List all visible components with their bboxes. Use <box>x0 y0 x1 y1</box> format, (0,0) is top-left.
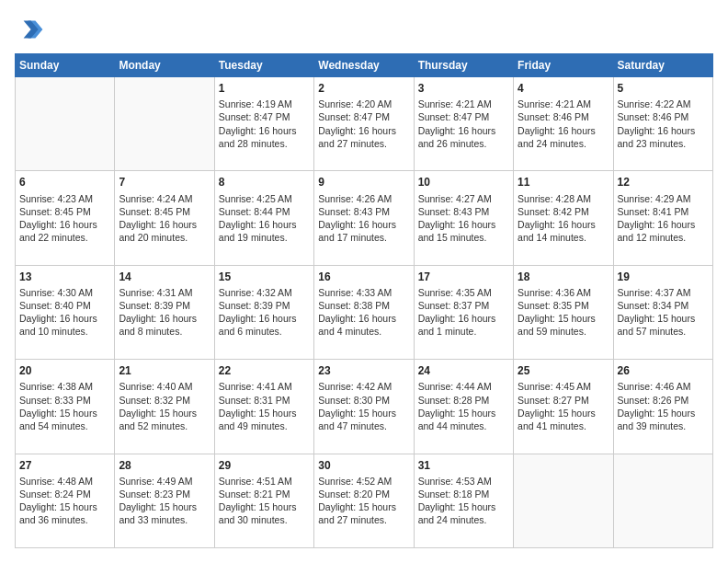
header-cell-friday: Friday <box>514 54 613 77</box>
day-info: Sunrise: 4:23 AM <box>19 192 110 205</box>
header-row: SundayMondayTuesdayWednesdayThursdayFrid… <box>16 54 713 77</box>
day-info: Daylight: 16 hours <box>618 124 709 137</box>
day-number: 20 <box>19 363 110 378</box>
day-cell: 2Sunrise: 4:20 AMSunset: 8:47 PMDaylight… <box>314 77 414 171</box>
day-info: Sunrise: 4:35 AM <box>418 286 509 299</box>
day-info: Sunrise: 4:19 AM <box>219 98 310 110</box>
day-info: Daylight: 16 hours <box>119 312 210 325</box>
day-info: Sunset: 8:39 PM <box>219 299 310 312</box>
day-info: Sunset: 8:43 PM <box>318 205 409 218</box>
day-cell: 4Sunrise: 4:21 AMSunset: 8:46 PMDaylight… <box>514 77 613 171</box>
day-number: 22 <box>219 363 310 378</box>
day-info: and 54 minutes. <box>19 419 110 432</box>
day-cell: 24Sunrise: 4:44 AMSunset: 8:28 PMDayligh… <box>414 360 513 454</box>
day-cell: 17Sunrise: 4:35 AMSunset: 8:37 PMDayligh… <box>414 265 513 359</box>
header-cell-sunday: Sunday <box>16 54 115 77</box>
day-info: Sunrise: 4:46 AM <box>618 380 709 393</box>
day-info: Sunset: 8:43 PM <box>418 205 509 218</box>
day-number: 1 <box>219 81 310 96</box>
day-info: and 47 minutes. <box>318 419 409 432</box>
day-info: Daylight: 16 hours <box>418 312 509 325</box>
day-info: Daylight: 15 hours <box>518 312 609 325</box>
day-info: Sunrise: 4:40 AM <box>119 380 210 393</box>
day-info: Daylight: 15 hours <box>119 407 210 419</box>
day-cell: 10Sunrise: 4:27 AMSunset: 8:43 PMDayligh… <box>414 171 513 265</box>
day-cell: 16Sunrise: 4:33 AMSunset: 8:38 PMDayligh… <box>314 265 414 359</box>
day-info: Sunrise: 4:38 AM <box>19 380 110 393</box>
day-cell <box>115 77 214 171</box>
day-info: Sunset: 8:40 PM <box>19 299 110 312</box>
calendar-header: SundayMondayTuesdayWednesdayThursdayFrid… <box>16 54 713 77</box>
day-cell: 19Sunrise: 4:37 AMSunset: 8:34 PMDayligh… <box>613 265 712 359</box>
day-info: Daylight: 16 hours <box>418 124 509 137</box>
day-number: 16 <box>318 270 409 284</box>
day-info: Sunset: 8:46 PM <box>518 110 609 123</box>
day-cell: 26Sunrise: 4:46 AMSunset: 8:26 PMDayligh… <box>613 360 712 454</box>
day-info: and 12 minutes. <box>618 231 709 244</box>
header-cell-wednesday: Wednesday <box>314 54 414 77</box>
day-cell <box>613 454 712 547</box>
day-number: 11 <box>518 175 609 190</box>
day-info: and 26 minutes. <box>418 137 509 150</box>
day-info: and 44 minutes. <box>418 419 509 432</box>
day-cell: 14Sunrise: 4:31 AMSunset: 8:39 PMDayligh… <box>115 265 214 359</box>
day-info: Sunset: 8:28 PM <box>418 394 509 407</box>
day-info: Sunset: 8:37 PM <box>418 299 509 312</box>
day-info: and 24 minutes. <box>518 137 609 150</box>
day-info: Daylight: 16 hours <box>618 218 709 231</box>
day-info: and 4 minutes. <box>318 325 409 338</box>
day-cell: 18Sunrise: 4:36 AMSunset: 8:35 PMDayligh… <box>514 265 613 359</box>
day-cell: 23Sunrise: 4:42 AMSunset: 8:30 PMDayligh… <box>314 360 414 454</box>
day-info: and 17 minutes. <box>318 231 409 244</box>
day-info: Sunset: 8:24 PM <box>19 488 110 500</box>
day-info: Daylight: 16 hours <box>518 218 609 231</box>
day-info: Daylight: 16 hours <box>318 312 409 325</box>
day-info: and 8 minutes. <box>119 325 210 338</box>
day-info: Sunrise: 4:49 AM <box>119 475 210 488</box>
day-info: Sunset: 8:23 PM <box>119 488 210 500</box>
header-cell-tuesday: Tuesday <box>214 54 313 77</box>
day-info: Sunset: 8:30 PM <box>318 394 409 407</box>
day-info: Sunset: 8:18 PM <box>418 488 509 500</box>
day-info: Sunset: 8:32 PM <box>119 394 210 407</box>
day-info: Daylight: 15 hours <box>618 407 709 419</box>
day-info: Sunset: 8:46 PM <box>618 110 709 123</box>
day-cell: 15Sunrise: 4:32 AMSunset: 8:39 PMDayligh… <box>214 265 313 359</box>
day-info: Sunset: 8:21 PM <box>219 488 310 500</box>
day-number: 28 <box>119 458 210 473</box>
day-info: Sunrise: 4:37 AM <box>618 286 709 299</box>
day-cell: 21Sunrise: 4:40 AMSunset: 8:32 PMDayligh… <box>115 360 214 454</box>
day-info: Daylight: 16 hours <box>219 312 310 325</box>
day-info: Sunset: 8:33 PM <box>19 394 110 407</box>
page: SundayMondayTuesdayWednesdayThursdayFrid… <box>0 0 728 563</box>
day-number: 24 <box>418 363 509 378</box>
day-info: and 41 minutes. <box>518 419 609 432</box>
day-info: Daylight: 15 hours <box>19 407 110 419</box>
week-row: 6Sunrise: 4:23 AMSunset: 8:45 PMDaylight… <box>16 171 713 265</box>
day-number: 21 <box>119 363 210 378</box>
day-info: Sunrise: 4:52 AM <box>318 475 409 488</box>
day-info: Sunrise: 4:45 AM <box>518 380 609 393</box>
day-info: and 27 minutes. <box>318 513 409 526</box>
day-number: 8 <box>219 175 310 190</box>
day-info: Daylight: 16 hours <box>518 124 609 137</box>
day-info: Sunrise: 4:33 AM <box>318 286 409 299</box>
day-cell: 22Sunrise: 4:41 AMSunset: 8:31 PMDayligh… <box>214 360 313 454</box>
day-info: Sunset: 8:45 PM <box>19 205 110 218</box>
day-info: Daylight: 15 hours <box>219 500 310 513</box>
day-info: and 57 minutes. <box>618 325 709 338</box>
day-cell: 31Sunrise: 4:53 AMSunset: 8:18 PMDayligh… <box>414 454 513 547</box>
day-info: Daylight: 16 hours <box>318 218 409 231</box>
day-number: 14 <box>119 270 210 284</box>
day-info: Sunset: 8:47 PM <box>219 110 310 123</box>
day-cell: 7Sunrise: 4:24 AMSunset: 8:45 PMDaylight… <box>115 171 214 265</box>
day-info: and 28 minutes. <box>219 137 310 150</box>
day-info: Sunset: 8:27 PM <box>518 394 609 407</box>
day-info: and 20 minutes. <box>119 231 210 244</box>
day-cell: 25Sunrise: 4:45 AMSunset: 8:27 PMDayligh… <box>514 360 613 454</box>
day-info: Sunset: 8:26 PM <box>618 394 709 407</box>
day-cell: 11Sunrise: 4:28 AMSunset: 8:42 PMDayligh… <box>514 171 613 265</box>
week-row: 1Sunrise: 4:19 AMSunset: 8:47 PMDaylight… <box>16 77 713 171</box>
day-info: Sunrise: 4:30 AM <box>19 286 110 299</box>
day-info: and 27 minutes. <box>318 137 409 150</box>
